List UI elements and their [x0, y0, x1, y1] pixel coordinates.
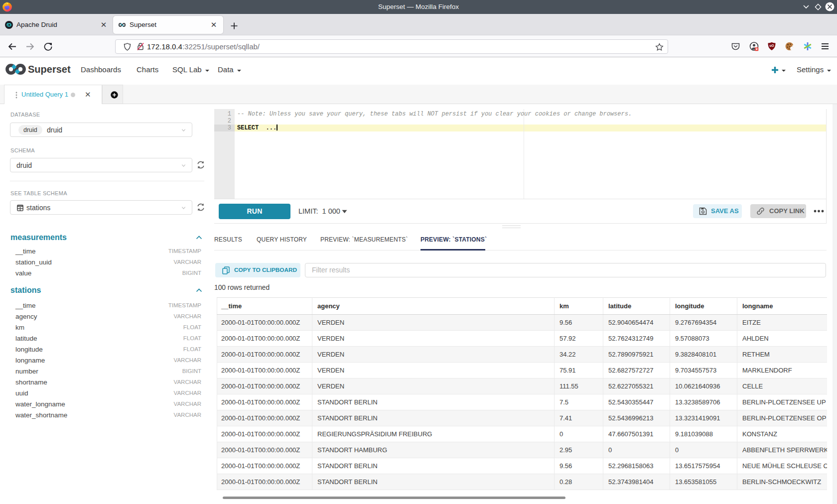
- svg-text:uO: uO: [769, 44, 774, 47]
